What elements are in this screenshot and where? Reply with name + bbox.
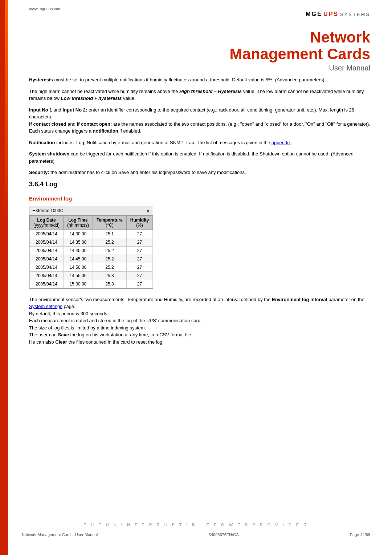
para-input-bold2: Input No 2: [62,107,87,113]
para-alarm: The high alarm cannot be reactivated whi… [29,88,370,102]
footer-tagline: T H E U N I N T E R R U P T I B L E P O … [84,523,308,527]
para-notif-bold: Notification [29,140,55,145]
post-table-text4: By default, this period is 300 seconds. [29,311,109,316]
para-input-text6: Each status change triggers a notificati… [29,128,141,134]
cell-humidity: 27 [126,271,152,280]
cell-temp: 25.2 [93,246,127,255]
col-header-temp: Temperature(°C) [93,215,127,230]
appendix-link[interactable]: appendix [271,140,291,145]
left-accent-bar [5,0,8,555]
post-table-text7: The user can Save the log on his worksta… [29,332,192,337]
cell-time: 14:30:00 [64,230,93,238]
para-hysteresis-bold: Hysteresis [29,77,53,82]
para-post-table-1: The environment sensor's two measurement… [29,296,370,346]
footer-center: 34003676EN/GA [209,532,239,537]
table-title: EXtreme 1000C [32,208,63,213]
cell-humidity: 27 [126,255,152,263]
left-red-bar [0,0,5,555]
cell-date: 2005/04/14 [30,280,64,288]
cell-time: 14:50:00 [64,263,93,271]
para-shutdown-bold: System shutdown [29,151,69,157]
cell-humidity: 27 [126,230,152,238]
table-row: 2005/04/1414:30:0025.127 [30,230,153,238]
post-table-text1: The environment sensor's two measurement… [29,297,272,302]
title-sub: User Manual [230,64,370,72]
cell-temp: 25.2 [93,238,127,246]
footer-right: Page 44/69 [350,532,370,537]
table-row: 2005/04/1415:00:0025.327 [30,280,153,288]
env-log-heading: Environment log [29,195,370,202]
footer: T H E U N I N T E R R U P T I B L E P O … [22,523,370,537]
cell-time: 14:35:00 [64,238,93,246]
cell-date: 2005/04/14 [30,263,64,271]
system-settings-link[interactable]: System settings [29,304,62,309]
para-alarm-text3: value. [122,96,135,101]
cell-date: 2005/04/14 [30,246,64,255]
cell-humidity: 27 [126,238,152,246]
footer-bottom: Network Management Card – User Manual 34… [22,530,370,537]
para-alarm-bold1: High threshold – Hysteresis [179,89,242,94]
para-notif-text: includes: Log, Notification by e-mail an… [55,140,271,145]
table-header-row: Log Date(yyyy/mm/dd) Log Time(hh:mm:ss) … [30,215,153,230]
cell-date: 2005/04/14 [30,238,64,246]
col-header-date: Log Date(yyyy/mm/dd) [30,215,64,230]
title-area: Network Management Cards User Manual [230,29,370,72]
para-notification: Notification includes: Log, Notification… [29,139,370,146]
para-input-bold1: Input No 1 [29,107,52,113]
post-table-text9: He can also Clear the files contained in… [29,339,164,345]
cell-humidity: 27 [126,246,152,255]
para-alarm-bold2: Low threshold + hysteresis [61,96,122,101]
post-table-text2: parameter on the [327,297,364,302]
cell-date: 2005/04/14 [30,271,64,280]
table-row: 2005/04/1414:40:0025.227 [30,246,153,255]
para-hysteresis-text: must be set to prevent multiple notifica… [53,77,324,82]
logo-ups: UPS [323,11,339,17]
section-heading: 3.6.4 Log [29,181,370,188]
table-row: 2005/04/1414:35:0025.227 [30,238,153,246]
post-table-bold: Environment log interval [272,297,327,302]
para-input-text1: and [52,107,63,113]
para-security-bold: Security: [29,170,49,175]
log-table: Log Date(yyyy/mm/dd) Log Time(hh:mm:ss) … [29,215,153,288]
para-input: Input No 1 and Input No 2: enter an iden… [29,106,370,135]
col-header-time: Log Time(hh:mm:ss) [64,215,93,230]
logo-mge: MGE [306,11,322,17]
cell-time: 14:40:00 [64,246,93,255]
table-row: 2005/04/1414:50:0025.227 [30,263,153,271]
table-nav-arrow[interactable]: ◄ [145,208,150,214]
cell-temp: 25.3 [93,280,127,288]
para-input-text3: If contact closed and if contact open: a… [29,121,370,127]
post-table-text3: page. [62,304,75,309]
cell-temp: 25.2 [93,255,127,263]
para-alarm-text1: The high alarm cannot be reactivated whi… [29,89,179,94]
logo-systems: SYSTEMS [340,12,370,17]
cell-time: 15:00:00 [64,280,93,288]
para-shutdown-text: can be triggered for each notification i… [29,151,354,164]
cell-humidity: 27 [126,280,152,288]
para-security-text: the administrator has to click on Save a… [49,170,246,175]
footer-left: Network Management Card – User Manual [22,532,98,537]
cell-time: 14:45:00 [64,255,93,263]
cell-temp: 25.3 [93,271,127,280]
para-hysteresis: Hysteresis must be set to prevent multip… [29,76,370,84]
cell-date: 2005/04/14 [30,255,64,263]
cell-date: 2005/04/14 [30,230,64,238]
main-content: Hysteresis must be set to prevent multip… [29,76,370,350]
post-table-text6: The size of log files is limited by a ti… [29,325,146,331]
cell-time: 14:55:00 [64,271,93,280]
logo-area: MGE UPS SYSTEMS [306,11,370,17]
para-security: Security: the administrator has to click… [29,169,370,176]
para-notif-text2: . [291,140,292,145]
cell-temp: 25.1 [93,230,127,238]
post-table-text5: Each measurement is dated and stored in … [29,318,202,323]
website-url: www.mgeups.com [29,7,61,11]
title-line2: Management Cards [230,46,370,62]
col-header-humidity: Humidity(%) [126,215,152,230]
table-row: 2005/04/1414:45:0025.227 [30,255,153,263]
table-row: 2005/04/1414:55:0025.327 [30,271,153,280]
cell-humidity: 27 [126,263,152,271]
title-line1: Network [230,29,370,46]
para-shutdown: System shutdown can be triggered for eac… [29,150,370,165]
environment-log-table-container: EXtreme 1000C ◄ Log Date(yyyy/mm/dd) Log… [29,206,153,289]
table-title-bar: EXtreme 1000C ◄ [29,206,153,215]
